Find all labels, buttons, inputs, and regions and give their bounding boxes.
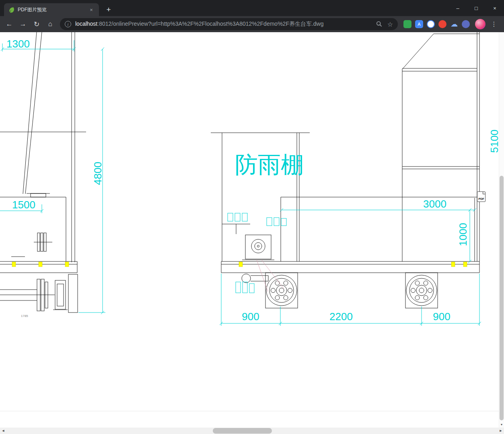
back-button[interactable]: ←	[3, 18, 16, 31]
extension-icon-3[interactable]	[427, 20, 435, 28]
url-text[interactable]: localhost:8012/onlinePreview?url=http%3A…	[75, 21, 372, 28]
address-bar[interactable]: i localhost:8012/onlinePreview?url=http%…	[60, 18, 398, 30]
dim-4800-label: 4800	[92, 162, 104, 185]
rain-shelter-label: 防雨棚	[235, 152, 304, 177]
url-path: :8012/onlinePreview?url=http%3A%2F%2Floc…	[97, 21, 323, 27]
cloud-extension-icon[interactable]: ☁	[450, 20, 458, 28]
tab-title: PDF图片预览	[18, 6, 84, 13]
url-host: localhost	[75, 21, 97, 27]
wheel-right	[406, 275, 437, 306]
window-close-button[interactable]: ×	[485, 0, 504, 16]
site-info-icon[interactable]: i	[65, 21, 71, 27]
extension-icon-6[interactable]	[462, 20, 470, 28]
browser-menu-icon[interactable]: ⋮	[489, 18, 499, 30]
preview-page: 1300 1500 4800 防雨棚 5100 3000 1000 900 22…	[0, 32, 499, 428]
window-controls: – □ ×	[448, 0, 504, 16]
wheel-left	[266, 275, 297, 306]
horizontal-scrollbar-thumb[interactable]	[213, 428, 272, 434]
window-maximize-button[interactable]: □	[467, 0, 485, 16]
cad-drawing: 1300 1500 4800 防雨棚 5100 3000 1000 900 22…	[0, 32, 499, 428]
pdf-page-fold	[483, 192, 485, 194]
tab-close-icon[interactable]: ×	[88, 6, 95, 13]
zoom-icon[interactable]	[376, 21, 383, 27]
bookmark-star-icon[interactable]: ☆	[387, 21, 393, 28]
dim-900-left-label: 900	[242, 311, 259, 323]
extension-icon-4[interactable]	[438, 20, 446, 28]
dim-2200-label: 2200	[329, 311, 353, 323]
extension-icon-2[interactable]: A	[415, 20, 423, 28]
left-elevation-view	[0, 32, 86, 313]
window-minimize-button[interactable]: –	[448, 0, 467, 16]
home-button[interactable]: ⌂	[44, 18, 57, 31]
scroll-down-arrow-icon[interactable]: ▼	[499, 422, 504, 427]
new-tab-button[interactable]: +	[103, 4, 114, 15]
dim-1300-label: 1300	[6, 38, 30, 50]
scroll-right-arrow-icon[interactable]: ▶	[498, 428, 504, 434]
horizontal-scrollbar[interactable]: ◀ ▶	[0, 428, 504, 434]
pdf-icon-label: PDF	[479, 197, 484, 200]
forward-button[interactable]: →	[16, 18, 29, 31]
spring-leaf-favicon	[8, 6, 14, 13]
note-1785-label: 1785	[21, 314, 28, 318]
dim-3000-label: 3000	[423, 198, 446, 210]
extension-icon-1[interactable]	[403, 20, 411, 28]
omnibox-actions: ☆	[376, 21, 393, 28]
vertical-scrollbar-thumb[interactable]	[500, 176, 504, 420]
browser-titlebar: PDF图片预览 × + – □ ×	[0, 0, 504, 16]
reload-button[interactable]: ↻	[30, 18, 43, 31]
vertical-scrollbar[interactable]: ▼	[499, 32, 504, 428]
scroll-left-arrow-icon[interactable]: ◀	[0, 428, 6, 434]
profile-avatar[interactable]	[475, 19, 485, 29]
extensions-row: A ☁ ⋮	[401, 18, 501, 30]
dimension-lines	[0, 40, 481, 326]
browser-toolbar: ← → ↻ ⌂ i localhost:8012/onlinePreview?u…	[0, 16, 504, 32]
dim-1500-label: 1500	[12, 199, 35, 211]
dim-900-right-label: 900	[433, 311, 450, 323]
dim-1000-label: 1000	[457, 223, 469, 246]
dim-5100-label: 5100	[488, 130, 499, 153]
browser-tab[interactable]: PDF图片预览 ×	[4, 3, 99, 16]
pdf-float-button[interactable]: PDF	[477, 191, 485, 202]
